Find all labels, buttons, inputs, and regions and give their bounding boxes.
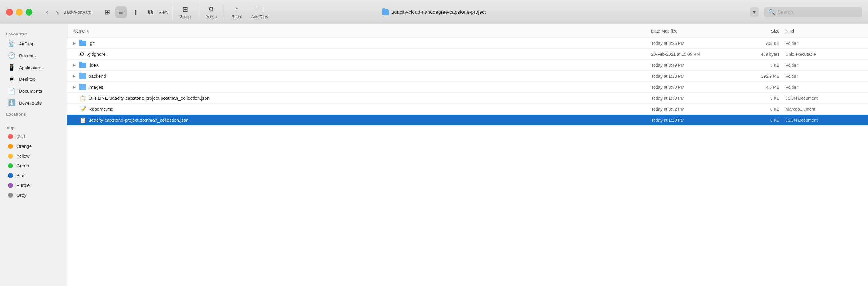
divider-1 [172,5,172,20]
table-row[interactable]: ▶backendToday at 1:13 PM392.9 MBFolder [67,71,868,82]
share-icon: ↑ [235,5,239,13]
table-row[interactable]: ▶📋OFFLINE-udacity-capstone-project.postm… [67,93,868,104]
file-name-text: images [89,84,103,90]
maximize-button[interactable] [26,9,32,15]
add-tags-label: Add Tags [251,14,268,19]
group-icon: ⊞ [182,5,188,13]
file-size: 459 bytes [737,52,785,57]
tag-label-green: Green [17,163,29,168]
tag-label-orange: Orange [17,144,32,149]
table-row[interactable]: ▶📝Readme.mdToday at 3:52 PM6 KBMarkdo...… [67,104,868,115]
md-file-icon: 📝 [80,106,86,112]
sidebar-tag-purple[interactable]: Purple [2,180,65,190]
column-headers: Name ∧ Date Modified Size Kind [67,24,868,38]
sidebar-item-downloads[interactable]: ⬇️ Downloads [2,97,65,109]
back-forward-label: Back/Forward [63,9,92,14]
file-modified: Today at 3:49 PM [651,63,737,68]
search-input[interactable] [778,9,858,15]
action-label: Action [206,14,217,19]
documents-icon: 📄 [8,87,15,95]
sidebar-tag-grey[interactable]: Grey [2,190,65,200]
sidebar-tag-orange[interactable]: Orange [2,141,65,151]
file-size: 4.6 MB [737,85,785,90]
sidebar-tag-green[interactable]: Green [2,161,65,171]
table-row[interactable]: ▶imagesToday at 3:50 PM4.6 MBFolder [67,82,868,93]
sidebar-item-recents[interactable]: 🕐 Recents [2,50,65,61]
close-button[interactable] [6,9,13,15]
col-header-kind[interactable]: Kind [785,29,865,34]
downloads-icon: ⬇️ [8,99,15,106]
col-header-size[interactable]: Size [737,29,785,34]
list-view-button[interactable]: ≡ [116,6,127,18]
tag-dot-red [8,134,13,139]
icon-view-button[interactable]: ⊞ [101,6,114,18]
sidebar-item-desktop[interactable]: 🖥 Desktop [2,73,65,85]
nav-buttons: ‹ › Back/Forward [43,7,92,17]
recents-icon: 🕐 [8,52,15,59]
expand-toggle-icon[interactable]: ▶ [71,41,77,45]
sidebar-tag-yellow[interactable]: Yellow [2,151,65,161]
folder-icon [80,73,86,79]
divider-2 [198,5,198,20]
tag-dot-purple [8,183,13,188]
expand-toggle-icon[interactable]: ▶ [71,74,77,78]
sidebar-tag-red[interactable]: Red [2,132,65,141]
icon-view-icon: ⊞ [104,8,110,16]
sidebar-item-airdrop[interactable]: 📡 AirDrop [2,38,65,49]
group-label: Group [180,14,191,19]
col-header-name[interactable]: Name ∧ [70,29,651,34]
title-area: udacity-cloud-nanodegree-capstone-projec… [382,9,486,15]
file-size: 703 KB [737,41,785,46]
locations-section-title: Locations [0,109,67,118]
favourites-section-title: Favourites [0,29,67,37]
tag-label-purple: Purple [17,183,30,188]
add-tags-button[interactable]: ⬜ Add Tags [248,4,272,21]
sidebar-label-desktop: Desktop [19,76,36,82]
list-view-icon: ≡ [119,8,123,16]
divider-3 [224,5,224,20]
table-row[interactable]: ▶.ideaToday at 3:49 PM5 KBFolder [67,60,868,71]
col-header-modified[interactable]: Date Modified [651,29,737,34]
file-kind: Folder [785,41,865,46]
sidebar-label-airdrop: AirDrop [19,41,34,46]
search-icon: 🔍 [769,9,775,15]
file-kind: Unix executable [785,52,865,57]
forward-button[interactable]: › [54,7,61,17]
tag-label-yellow: Yellow [17,153,30,158]
table-row[interactable]: ▶.gitToday at 3:26 PM703 KBFolder [67,38,868,49]
sidebar-label-documents: Documents [19,88,42,94]
gear-file-icon: ⚙ [80,51,84,58]
tag-label-grey: Grey [17,192,27,198]
back-button[interactable]: ‹ [43,7,51,17]
gallery-view-icon: ⧉ [148,8,153,16]
file-size: 6 KB [737,118,785,122]
tag-dot-grey [8,193,13,198]
file-kind: Folder [785,74,865,79]
minimize-button[interactable] [16,9,23,15]
sidebar-item-documents[interactable]: 📄 Documents [2,85,65,97]
file-modified: Today at 3:50 PM [651,85,737,90]
column-view-icon: ⫼ [132,8,139,16]
expand-toggle-icon[interactable]: ▶ [71,85,77,90]
sidebar-item-applications[interactable]: 📱 Applications [2,62,65,73]
gallery-view-button[interactable]: ⧉ [145,6,157,18]
tags-section-title: Tags [0,122,67,132]
tag-dot-yellow [8,154,13,158]
tag-dot-blue [8,173,13,178]
file-kind: JSON Document [785,118,865,122]
sidebar-tag-blue[interactable]: Blue [2,171,65,180]
table-row[interactable]: ▶📋udacity-capstone-project.postman_colle… [67,115,868,126]
group-button[interactable]: ⊞ Group [176,4,194,21]
window-controls [6,9,32,15]
folder-icon [80,63,86,68]
column-view-button[interactable]: ⫼ [129,6,143,18]
view-options-dropdown[interactable]: ▾ [750,7,759,17]
expand-toggle-icon[interactable]: ▶ [71,63,77,67]
action-button[interactable]: ⚙ Action [202,4,220,21]
table-row[interactable]: ▶⚙.gitignore20-Feb-2021 at 10:05 PM459 b… [67,49,868,60]
share-button[interactable]: ↑ Share [228,4,246,21]
file-name-cell: ▶⚙.gitignore [70,51,651,58]
window-title: udacity-cloud-nanodegree-capstone-projec… [392,9,486,15]
file-size: 5 KB [737,63,785,68]
title-bar: ‹ › Back/Forward ⊞ ≡ ⫼ ⧉ View ⊞ Group ⚙ … [0,0,868,24]
